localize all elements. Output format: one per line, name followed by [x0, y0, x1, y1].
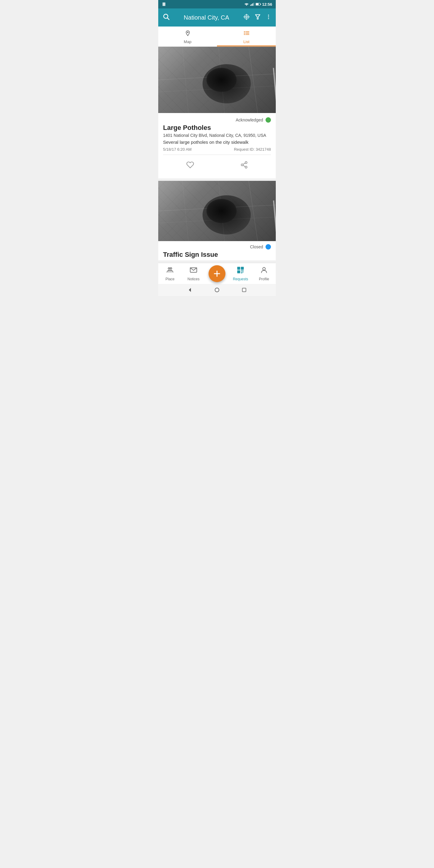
nav-notices-label: Notices — [187, 277, 199, 281]
tab-list[interactable]: List — [217, 27, 276, 46]
card-body-1: Acknowledged Large Potholes 1401 Nationa… — [158, 113, 276, 179]
map-pin-icon — [184, 30, 191, 38]
tab-list-underline — [217, 45, 276, 46]
svg-line-35 — [243, 165, 245, 167]
svg-point-17 — [268, 14, 269, 16]
card-traffic-sign[interactable]: Closed Traffic Sign Issue — [158, 181, 276, 260]
status-bar-left — [162, 2, 242, 6]
card-date-1: 5/18/17 6:20 AM — [163, 147, 192, 152]
location-target-icon[interactable] — [243, 13, 250, 22]
card-divider-1 — [163, 155, 271, 155]
header-title: National City, CA — [173, 14, 240, 21]
status-time: 12:56 — [262, 2, 272, 7]
mail-icon — [190, 266, 197, 276]
status-label-2: Closed — [250, 244, 263, 249]
tabs: Map List — [158, 27, 276, 47]
card-image-1 — [158, 47, 276, 113]
android-nav — [158, 284, 276, 296]
tab-map-label: Map — [184, 39, 191, 44]
nav-place-label: Place — [165, 277, 175, 281]
svg-rect-58 — [242, 288, 246, 292]
nav-profile-label: Profile — [259, 277, 269, 281]
add-button[interactable] — [209, 265, 225, 282]
nav-profile[interactable]: Profile — [252, 264, 276, 284]
card-large-potholes[interactable]: Acknowledged Large Potholes 1401 Nationa… — [158, 47, 276, 179]
svg-marker-56 — [189, 288, 191, 292]
back-button[interactable] — [186, 286, 193, 293]
svg-line-38 — [158, 217, 276, 223]
svg-rect-4 — [253, 3, 254, 6]
nav-notices[interactable]: Notices — [182, 264, 205, 284]
svg-marker-16 — [255, 14, 260, 19]
header: National City, CA — [158, 8, 276, 27]
svg-point-18 — [268, 16, 269, 17]
svg-rect-52 — [241, 270, 244, 271]
svg-rect-1 — [250, 5, 251, 6]
svg-point-42 — [168, 267, 170, 269]
card-title-2: Traffic Sign Issue — [163, 251, 271, 258]
svg-line-41 — [249, 181, 258, 241]
requests-icon — [237, 266, 244, 276]
card-status-row-2: Closed — [163, 244, 271, 250]
card-body-2: Closed Traffic Sign Issue — [158, 241, 276, 260]
svg-rect-0 — [162, 2, 165, 6]
card-address-1: 1401 National City Blvd, National City, … — [163, 133, 271, 138]
status-icons: 12:56 — [244, 2, 272, 7]
status-label-1: Acknowledged — [236, 118, 263, 122]
like-button-1[interactable] — [179, 158, 201, 173]
recent-apps-button[interactable] — [241, 286, 248, 293]
card-title-1: Large Potholes — [163, 124, 271, 132]
filter-icon[interactable] — [255, 14, 261, 22]
nav-requests[interactable]: Requests — [229, 264, 252, 284]
more-vertical-icon[interactable] — [266, 14, 272, 22]
svg-point-43 — [170, 267, 172, 269]
svg-line-27 — [158, 74, 276, 80]
svg-rect-50 — [241, 267, 244, 270]
sim-icon — [162, 2, 166, 6]
nav-place[interactable]: Place — [158, 264, 182, 284]
svg-point-19 — [268, 18, 269, 19]
svg-line-36 — [243, 163, 245, 164]
svg-rect-3 — [252, 3, 253, 6]
asphalt-texture-2 — [158, 181, 276, 241]
tab-map[interactable]: Map — [158, 27, 217, 46]
asphalt-texture — [158, 47, 276, 113]
svg-rect-7 — [260, 4, 261, 5]
list-icon — [243, 30, 250, 38]
nav-fab — [205, 265, 229, 282]
content: Acknowledged Large Potholes 1401 Nationa… — [158, 47, 276, 260]
wifi-icon — [244, 2, 249, 6]
card-description-1: Several large potholes on the city sidew… — [163, 140, 271, 145]
bottom-nav: Place Notices — [158, 263, 276, 284]
people-pin-icon — [166, 266, 174, 276]
svg-line-40 — [218, 181, 224, 241]
share-button-1[interactable] — [233, 158, 255, 173]
svg-point-10 — [246, 16, 247, 18]
svg-rect-6 — [256, 3, 258, 5]
svg-line-28 — [158, 86, 276, 92]
svg-line-29 — [182, 47, 188, 113]
card-actions-1 — [163, 157, 271, 176]
nav-requests-label: Requests — [233, 277, 248, 281]
card-status-row-1: Acknowledged — [163, 117, 271, 123]
battery-icon — [255, 2, 261, 6]
svg-rect-54 — [241, 273, 242, 273]
card-image-2 — [158, 181, 276, 241]
person-icon — [260, 266, 268, 276]
pothole-photo-1 — [158, 47, 276, 113]
svg-point-20 — [187, 32, 188, 33]
svg-line-31 — [249, 47, 258, 113]
search-icon[interactable] — [162, 13, 170, 22]
svg-rect-53 — [241, 272, 244, 272]
svg-line-39 — [182, 181, 188, 241]
svg-rect-51 — [237, 270, 240, 273]
svg-line-30 — [218, 47, 224, 113]
status-bar: 12:56 — [158, 0, 276, 8]
signal-icon — [250, 2, 254, 6]
home-button[interactable] — [213, 286, 221, 293]
status-dot-2 — [266, 244, 271, 250]
svg-point-55 — [263, 267, 266, 270]
svg-line-37 — [158, 205, 276, 211]
card-request-id-1: Request ID: 3421748 — [234, 147, 271, 152]
card-meta-1: 5/18/17 6:20 AM Request ID: 3421748 — [163, 147, 271, 152]
